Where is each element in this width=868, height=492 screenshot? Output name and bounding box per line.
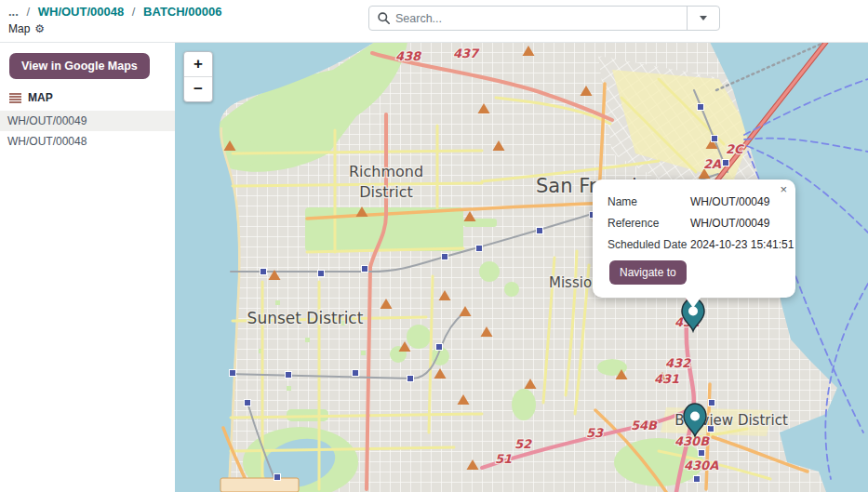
station-icon [537,228,543,234]
station-icon [442,254,448,260]
station-icon [698,104,704,111]
map-section-title: MAP [28,91,53,104]
search-icon [378,12,390,24]
map-zoom-control: + − [183,51,213,102]
station-icon [286,372,292,379]
station-icon [274,474,281,481]
popup-row-label: Name [608,195,690,208]
district-label: Richmond [349,163,423,180]
popup-row-value: 2024-10-23 15:41:51 [690,238,794,251]
station-icon [712,136,718,142]
route-label: 54B [631,419,658,432]
popup-row: Scheduled Date2024-10-23 15:41:51 [608,238,784,251]
popup-row-label: Reference [608,217,690,230]
district-label: District [359,183,412,201]
popup-row: ReferenceWH/OUT/00049 [608,217,784,230]
route-label: 53 [586,426,604,440]
map-sidebar: View in Google Maps MAP WH/OUT/00049WH/O… [0,43,175,492]
search-bar[interactable] [368,6,720,31]
route-label: 430B [674,434,710,448]
breadcrumb-separator: / [132,5,136,19]
map-canvas[interactable]: 4384372C2A43243243154B535251430B430A Ric… [175,42,868,492]
breadcrumb-separator: / [26,5,30,19]
route-label: 52 [514,437,532,451]
list-icon [9,93,21,103]
station-icon [260,269,267,275]
zoom-out-button[interactable]: − [184,76,212,101]
station-icon [230,370,236,377]
popup-row-label: Scheduled Date [608,238,690,251]
navigate-to-button[interactable]: Navigate to [609,260,687,285]
route-label: 438 [395,49,422,63]
station-icon [436,344,443,351]
station-icon [245,400,251,406]
station-icon [694,476,701,483]
sidebar-item-wh-out-00048[interactable]: WH/OUT/00048 [0,131,175,152]
sidebar-item-wh-out-00049[interactable]: WH/OUT/00049 [0,111,175,131]
route-label: 437 [453,47,480,60]
popup-row-value: WH/OUT/00049 [690,217,769,230]
popup-tail [685,297,701,316]
station-icon [699,450,705,457]
station-icon [362,266,368,273]
breadcrumb-ellipsis[interactable]: ... [8,5,19,19]
popup-row-value: WH/OUT/00049 [690,195,769,208]
district-label: Sunset District [247,309,364,327]
search-dropdown-button[interactable] [687,7,719,30]
top-header: ... / WH/OUT/00048 / BATCH/00006 Map ⚙ [0,0,868,43]
popup-row: NameWH/OUT/00049 [608,195,784,208]
view-in-google-maps-button[interactable]: View in Google Maps [9,53,150,79]
station-icon [353,370,359,377]
route-label: 432 [665,356,691,370]
map-label-box [220,478,299,492]
breadcrumb-item-current[interactable]: BATCH/00006 [143,5,221,19]
breadcrumb: ... / WH/OUT/00048 / BATCH/00006 [8,5,221,19]
view-title: Map [8,22,30,35]
station-icon [318,271,325,277]
station-icon [709,400,715,406]
route-label: 2A [703,157,721,171]
route-label: 2C [726,142,744,156]
marker-popup: × NameWH/OUT/00049ReferenceWH/OUT/00049S… [593,180,795,298]
station-icon [407,376,414,382]
route-label: 51 [495,452,512,466]
zoom-in-button[interactable]: + [184,52,212,76]
popup-rows: NameWH/OUT/00049ReferenceWH/OUT/00049Sch… [593,180,795,251]
station-icon [723,160,729,166]
search-input[interactable] [390,12,687,25]
station-icon [476,246,483,252]
close-icon[interactable]: × [780,183,787,195]
route-label: 431 [654,372,679,386]
map-record-list: WH/OUT/00049WH/OUT/00048 [0,111,175,152]
gear-icon[interactable]: ⚙ [34,23,45,34]
chevron-down-icon [700,16,707,24]
breadcrumb-item-batch-parent[interactable]: WH/OUT/00048 [38,5,124,19]
route-label: 430A [684,459,718,472]
